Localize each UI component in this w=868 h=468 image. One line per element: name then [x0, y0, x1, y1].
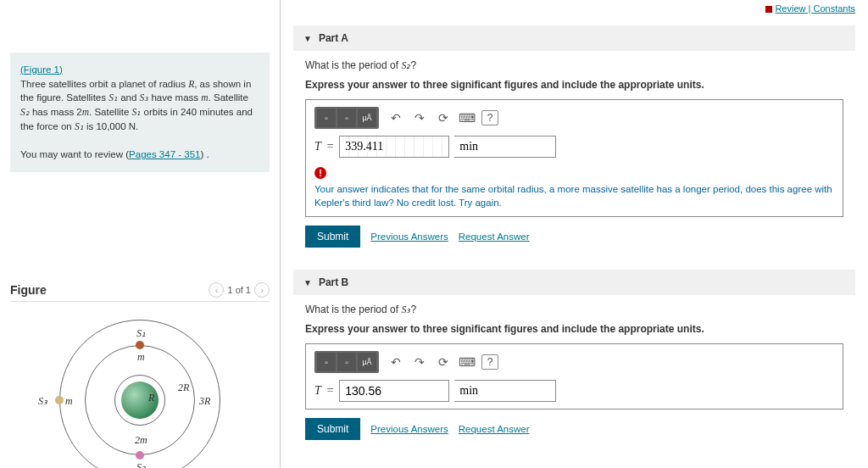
part-b-header[interactable]: ▼ Part B [293, 270, 855, 295]
var-S1: S₁ [108, 92, 118, 103]
label-3R: 3R [199, 395, 210, 408]
problem-statement: (Figure 1) Three satellites orbit a plan… [10, 53, 270, 172]
part-a-request-answer-link[interactable]: Request Answer [459, 231, 530, 242]
eq-lhs: T [314, 140, 321, 153]
part-b-value-input[interactable] [339, 380, 449, 402]
template-tools: ▫ ▫ μÅ [314, 107, 379, 129]
help-button[interactable]: ? [481, 354, 498, 370]
top-links: Review | Constants [293, 0, 855, 20]
alert-icon: ! [314, 167, 326, 179]
var-S1b: S₁ [132, 107, 142, 117]
undo-button[interactable]: ↶ [387, 353, 405, 371]
part-b-body: What is the period of S₃? Express your a… [293, 295, 855, 450]
part-a-instruct: Express your answer to three significant… [305, 79, 843, 91]
part-b-answer-row: T = [314, 380, 834, 402]
figure-nav: ‹ 1 of 1 › [209, 282, 270, 298]
redo-button[interactable]: ↷ [410, 353, 429, 371]
text: is 10,000 N. [84, 121, 139, 131]
var-S2: S₂ [401, 59, 410, 71]
text: ? [410, 59, 416, 71]
part-b-instruct: Express your answer to three significant… [305, 323, 843, 335]
part-b-answer-box: ▫ ▫ μÅ ↶ ↷ ⟳ ⌨ ? T = [305, 343, 843, 410]
collapse-icon: ▼ [303, 278, 312, 287]
var-S1c: S₁ [75, 121, 84, 131]
text: has mass 2 [30, 107, 82, 117]
figure-viewport[interactable]: S₁ m 2m S₂ S₃ m R 2R 3R [10, 307, 270, 468]
part-a-submit-button[interactable]: Submit [305, 226, 360, 248]
keyboard-button[interactable]: ⌨ [458, 353, 476, 371]
eq-lhs: T [314, 384, 321, 398]
satellite-s1 [136, 341, 144, 349]
toolbar: ▫ ▫ μÅ ↶ ↷ ⟳ ⌨ ? [314, 351, 834, 373]
constants-link[interactable]: Constants [813, 3, 855, 14]
figure-prev-button[interactable]: ‹ [209, 282, 224, 298]
var-m: m [201, 92, 208, 103]
label-s3: S₃ [38, 395, 47, 408]
part-b-previous-answers-link[interactable]: Previous Answers [370, 424, 448, 434]
part-b: ▼ Part B What is the period of S₃? Expre… [293, 270, 855, 450]
text: What is the period of [305, 59, 401, 71]
label-2m: 2m [135, 434, 147, 447]
text: and [118, 92, 140, 103]
part-a-feedback: ! Your answer indicates that for the sam… [314, 166, 834, 209]
part-b-title: Part B [319, 276, 348, 288]
part-a-actions: Submit Previous Answers Request Answer [305, 226, 843, 248]
satellite-s3 [55, 396, 64, 404]
collapse-icon: ▼ [303, 34, 312, 43]
right-column: Review | Constants ▼ Part A What is the … [281, 0, 868, 468]
part-a-unit-input[interactable] [454, 136, 556, 158]
satellite-s2 [136, 451, 144, 460]
part-a-answer-row: T = [314, 136, 834, 158]
greek-button[interactable]: μÅ [358, 109, 376, 127]
part-b-unit-input[interactable] [454, 380, 556, 402]
undo-button[interactable]: ↶ [387, 109, 405, 127]
template-1-button[interactable]: ▫ [317, 353, 336, 371]
part-b-submit-button[interactable]: Submit [305, 418, 360, 440]
figure-counter: 1 of 1 [227, 285, 251, 295]
left-column: (Figure 1) Three satellites orbit a plan… [0, 0, 280, 468]
page-root: (Figure 1) Three satellites orbit a plan… [0, 0, 868, 468]
text: ? [410, 304, 416, 315]
label-s2: S₂ [136, 461, 146, 468]
reset-button[interactable]: ⟳ [434, 353, 453, 371]
figure-diagram: S₁ m 2m S₂ S₃ m R 2R 3R [30, 307, 250, 468]
text: . Satellite [209, 92, 248, 103]
part-a: ▼ Part A What is the period of S₂? Expre… [293, 25, 855, 258]
part-a-previous-answers-link[interactable]: Previous Answers [370, 231, 448, 242]
template-tools: ▫ ▫ μÅ [314, 351, 379, 373]
part-a-answer-box: ▫ ▫ μÅ ↶ ↷ ⟳ ⌨ ? T = [305, 99, 843, 217]
pages-link[interactable]: Pages 347 - 351 [129, 149, 200, 159]
template-2-button[interactable]: ▫ [337, 109, 356, 127]
figure-link[interactable]: (Figure 1) [20, 64, 63, 75]
help-button[interactable]: ? [481, 110, 498, 125]
text: What is the period of [305, 304, 401, 315]
figure-title: Figure [10, 283, 47, 297]
eq-eq: = [326, 384, 334, 398]
label-R: R [148, 392, 154, 404]
figure-section: Figure ‹ 1 of 1 › S₁ m [10, 282, 270, 468]
review-link[interactable]: Review [775, 3, 805, 14]
var-S3: S₃ [401, 304, 410, 315]
var-m2: m [82, 107, 89, 117]
toolbar: ▫ ▫ μÅ ↶ ↷ ⟳ ⌨ ? [314, 107, 834, 129]
part-a-question: What is the period of S₂? [305, 59, 843, 72]
label-m1: m [137, 351, 145, 364]
flag-icon [765, 6, 772, 13]
text: Three satellites orbit a planet of radiu… [20, 79, 188, 89]
template-2-button[interactable]: ▫ [337, 353, 356, 371]
greek-button[interactable]: μÅ [358, 353, 376, 371]
part-b-request-answer-link[interactable]: Request Answer [459, 424, 530, 434]
text: have mass [148, 92, 201, 103]
redo-button[interactable]: ↷ [410, 109, 429, 127]
keyboard-button[interactable]: ⌨ [458, 109, 476, 127]
reset-button[interactable]: ⟳ [434, 109, 453, 127]
template-1-button[interactable]: ▫ [317, 109, 336, 127]
var-S3: S₃ [140, 92, 149, 103]
text: ) . [200, 149, 209, 159]
part-a-header[interactable]: ▼ Part A [293, 25, 855, 51]
part-b-actions: Submit Previous Answers Request Answer [305, 418, 843, 440]
figure-next-button[interactable]: › [254, 282, 270, 298]
label-s1: S₁ [136, 327, 146, 340]
part-a-value-input[interactable] [339, 136, 449, 158]
text: . Satellite [89, 107, 132, 117]
